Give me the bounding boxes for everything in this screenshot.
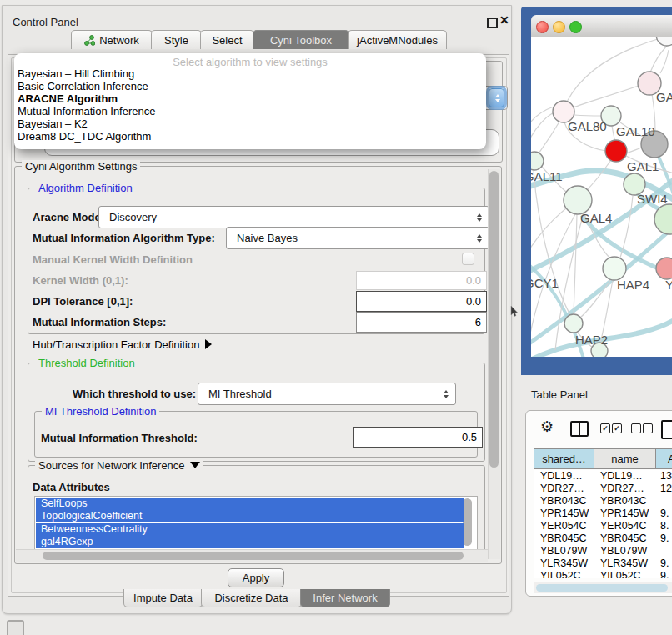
table-row[interactable]: YER054CYER054C8. xyxy=(534,520,672,532)
node-label: GAL1 xyxy=(627,159,659,173)
float-window-icon[interactable] xyxy=(487,18,498,28)
table-horizontal-scrollbar[interactable] xyxy=(534,582,672,593)
column-header-shared[interactable]: shared… xyxy=(534,448,594,469)
settings-horizontal-scrollbar[interactable] xyxy=(16,549,488,562)
network-edge[interactable] xyxy=(531,107,554,148)
algorithm-option[interactable]: ARACNE Algorithm xyxy=(18,92,118,105)
tab-jactivemnodules[interactable]: jActiveMNodules xyxy=(348,30,447,49)
table-row[interactable]: YBR045CYBR045C9. xyxy=(534,532,672,545)
table-cell: YPR145W xyxy=(534,508,594,520)
aracne-mode-value: Discovery xyxy=(109,211,157,223)
network-edge[interactable] xyxy=(586,160,611,191)
gear-icon[interactable]: ⚙ xyxy=(540,419,554,434)
data-attributes-list[interactable]: SelfLoopsTopologicalCoefficientBetweenne… xyxy=(34,496,478,550)
table-cell: YDR27… xyxy=(534,482,594,495)
settings-horizontal-thumb[interactable] xyxy=(43,552,464,560)
mi-steps-field[interactable]: 6 xyxy=(356,312,487,332)
table-row[interactable]: YBR043CYBR043C xyxy=(534,495,672,508)
tab-network[interactable]: Network xyxy=(71,30,153,49)
attribute-item[interactable]: BetweennessCentrality xyxy=(36,523,464,536)
node-label: GAL2 xyxy=(656,90,672,104)
table-cell: 9. xyxy=(655,570,672,578)
kernel-width-field[interactable]: 0.0 xyxy=(356,271,487,290)
bottom-tab-impute-data[interactable]: Impute Data xyxy=(123,589,203,608)
attribute-item[interactable]: SelfLoops xyxy=(36,498,464,510)
algorithm-option[interactable]: Basic Correlation Inference xyxy=(18,80,148,92)
network-node-gal11[interactable] xyxy=(531,152,544,170)
mi-threshold-field[interactable]: 0.5 xyxy=(353,427,483,448)
table-row[interactable]: YPR145WYPR145W9. xyxy=(534,508,672,520)
tab-style[interactable]: Style xyxy=(151,30,202,49)
minimized-panel-button[interactable] xyxy=(7,620,24,635)
mi-steps-label: Mutual Information Steps: xyxy=(33,316,166,328)
table-row[interactable]: YBL079WYBL079W xyxy=(534,545,672,558)
window-title: Control Panel xyxy=(13,16,78,28)
network-edge[interactable] xyxy=(574,214,577,314)
algorithm-option[interactable]: Bayesian – Hill Climbing xyxy=(18,68,134,80)
algorithm-option[interactable]: Mutual Information Inference xyxy=(18,105,155,118)
sources-group-title[interactable]: Sources for Network Inference xyxy=(35,459,203,472)
network-canvas[interactable]: GAL2GAL80GAL10GAL1GAL11SWI4GAL4GCY1HAP4Y… xyxy=(531,37,672,357)
bottom-tab-discretize-data[interactable]: Discretize Data xyxy=(201,589,302,608)
table-row[interactable]: YLR345WYLR345W9. xyxy=(534,558,672,570)
minimize-traffic-light[interactable] xyxy=(553,21,565,33)
network-node-hap2[interactable] xyxy=(564,314,583,332)
expand-right-icon xyxy=(205,339,212,349)
tab-cyni-toolbox[interactable]: Cyni Toolbox xyxy=(253,30,349,49)
network-node-gal1[interactable] xyxy=(605,140,627,162)
hub-definition-label: Hub/Transcription Factor Definition xyxy=(33,338,199,351)
table-cell: YPR145W xyxy=(594,508,655,520)
table-row[interactable]: YDR27…YDR27…12 xyxy=(534,482,672,495)
network-edge[interactable] xyxy=(612,126,615,141)
node-label: GAL4 xyxy=(580,211,612,225)
checked-box-icon[interactable]: ✓ xyxy=(600,423,610,433)
network-edge[interactable] xyxy=(539,122,559,153)
threshold-definition-title: Threshold Definition xyxy=(35,357,138,369)
column-header-name[interactable]: name xyxy=(594,448,656,469)
unchecked-box-icon[interactable] xyxy=(643,423,653,433)
new-table-icon[interactable] xyxy=(661,420,672,439)
mi-algorithm-type-combo[interactable]: Naive Bayes xyxy=(226,227,489,249)
table-row[interactable]: YIL052CYIL052C9. xyxy=(534,570,672,578)
algorithm-option[interactable]: Bayesian – K2 xyxy=(18,118,88,130)
aracne-mode-combo[interactable]: Discovery xyxy=(98,206,489,228)
close-icon[interactable]: ✕ xyxy=(499,13,509,27)
network-edge[interactable] xyxy=(650,46,667,72)
zoom-traffic-light[interactable] xyxy=(569,21,582,33)
split-columns-icon[interactable] xyxy=(570,421,589,437)
network-node-hap4[interactable] xyxy=(603,257,626,280)
table-cell: YER054C xyxy=(594,520,655,532)
network-icon xyxy=(84,35,95,46)
dpi-tolerance-field[interactable]: 0.0 xyxy=(356,291,487,312)
sources-title-text: Sources for Network Inference xyxy=(38,459,185,472)
network-window-titlebar[interactable] xyxy=(531,15,672,38)
unchecked-box-icon[interactable] xyxy=(631,423,641,433)
which-threshold-combo[interactable]: MI Threshold xyxy=(198,382,456,405)
combo-spinner-button[interactable] xyxy=(489,88,504,108)
network-edge[interactable] xyxy=(660,50,669,73)
manual-kernel-width-checkbox[interactable] xyxy=(462,252,474,265)
table-cell xyxy=(655,545,672,558)
close-traffic-light[interactable] xyxy=(536,21,549,33)
network-node-yj[interactable] xyxy=(656,258,672,279)
which-threshold-label: Which threshold to use: xyxy=(73,388,196,400)
tab-select[interactable]: Select xyxy=(200,30,254,49)
column-header-A[interactable]: A xyxy=(655,448,672,469)
attribute-item[interactable]: TopologicalCoefficient xyxy=(36,510,464,522)
settings-vertical-scrollbar[interactable] xyxy=(488,169,500,559)
apply-button[interactable]: Apply xyxy=(228,568,284,588)
network-node-gal4[interactable] xyxy=(564,186,592,214)
network-edge[interactable] xyxy=(574,86,639,108)
hub-definition-toggle[interactable]: Hub/Transcription Factor Definition xyxy=(33,338,212,351)
network-edge[interactable] xyxy=(574,115,601,116)
table-horizontal-thumb[interactable] xyxy=(536,584,668,592)
mi-algorithm-type-label: Mutual Information Algorithm Type: xyxy=(33,232,215,244)
settings-vertical-thumb[interactable] xyxy=(489,171,499,468)
attribute-item[interactable]: gal4RGexp xyxy=(36,536,464,548)
algorithm-option[interactable]: Dream8 DC_TDC Algorithm xyxy=(18,130,151,142)
table-row[interactable]: YDL19…YDL19…13 xyxy=(534,470,672,482)
network-edge[interactable] xyxy=(626,148,642,153)
checked-box-icon[interactable]: ✓ xyxy=(612,423,622,433)
network-node[interactable] xyxy=(656,37,672,46)
bottom-tab-infer-network[interactable]: Infer Network xyxy=(300,589,390,608)
